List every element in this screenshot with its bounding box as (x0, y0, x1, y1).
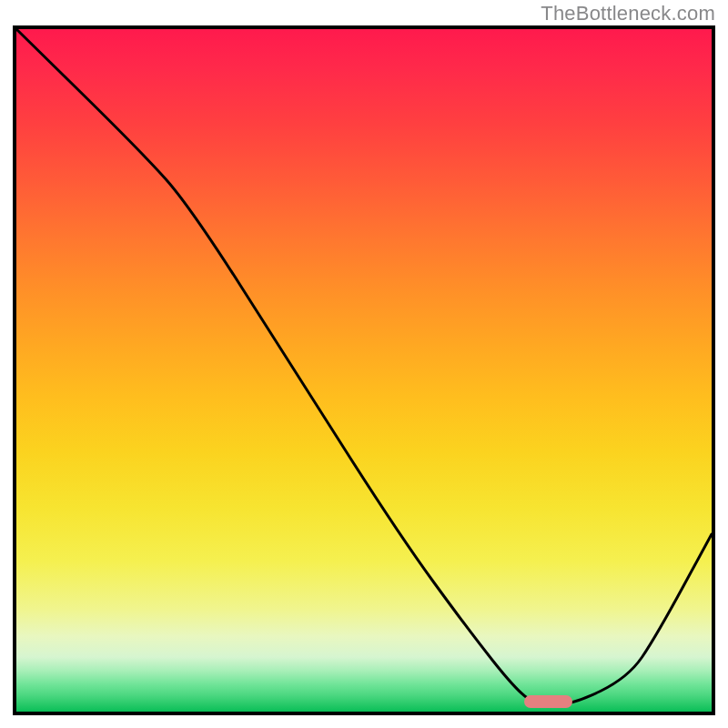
chart-frame (13, 25, 715, 715)
optimum-marker (524, 695, 572, 708)
bottleneck-curve-path (16, 29, 712, 705)
watermark-text: TheBottleneck.com (541, 2, 715, 25)
chart-line-svg (16, 29, 712, 712)
